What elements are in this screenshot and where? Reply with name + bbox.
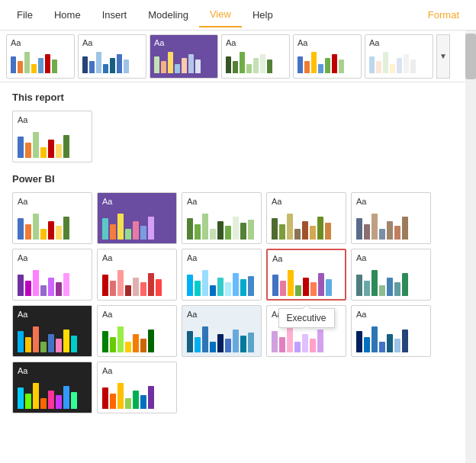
this-report-theme-1-bars [18,129,87,158]
menu-modeling[interactable]: Modeling [137,3,199,27]
toolbar-theme-1-label: Aa [11,38,70,47]
powerbi-theme-1-label: Aa [18,197,87,206]
menubar: File Home Insert Modeling View Help Form… [0,0,476,31]
toolbar-theme-3-bars [154,50,214,73]
menu-format[interactable]: Format [417,3,470,27]
powerbi-theme-8-bars [187,267,256,296]
powerbi-theme-11-bars [18,323,87,352]
powerbi-theme-8[interactable]: Aa [182,249,262,301]
powerbi-theme-5-label: Aa [356,197,426,206]
powerbi-theme-2[interactable]: Aa [97,192,177,244]
toolbar-theme-5[interactable]: Aa [293,34,362,79]
toolbar-theme-6[interactable]: Aa [365,34,433,79]
powerbi-theme-10-bars [356,267,426,296]
powerbi-theme-2-label: Aa [102,197,172,206]
powerbi-theme-13-label: Aa [187,310,256,319]
scrollbar-track[interactable] [465,31,476,463]
powerbi-theme-15-label: Aa [356,310,426,319]
powerbi-theme-17-label: Aa [102,366,172,375]
powerbi-theme-12-label: Aa [102,310,172,319]
menu-help[interactable]: Help [242,3,284,27]
toolbar-theme-6-bars [369,50,429,73]
menu-home[interactable]: Home [43,3,92,27]
toolbar-theme-5-label: Aa [298,38,357,47]
toolbar-theme-4-label: Aa [226,38,285,47]
executive-tooltip: Executive [278,308,334,328]
powerbi-theme-6[interactable]: Aa [12,249,92,301]
themes-chevron-button[interactable]: ▼ [436,34,450,79]
main-content: This report Aa Power BI Aa [0,82,476,463]
toolbar-theme-2-label: Aa [82,38,142,47]
powerbi-theme-1-bars [18,211,87,240]
powerbi-theme-executive-label: Aa [272,254,340,263]
powerbi-theme-4-label: Aa [272,197,341,206]
powerbi-theme-4[interactable]: Aa [266,192,346,244]
toolbar-theme-1-bars [11,50,70,73]
toolbar-theme-4[interactable]: Aa [221,34,290,79]
power-bi-grid: Aa Aa [12,192,464,413]
powerbi-theme-7-label: Aa [102,253,172,262]
powerbi-theme-17[interactable]: Aa [97,362,177,413]
this-report-theme-1[interactable]: Aa [12,111,92,162]
menu-file[interactable]: File [6,3,43,27]
powerbi-theme-5-bars [356,211,426,240]
powerbi-theme-3-label: Aa [187,197,256,206]
powerbi-theme-4-bars [272,211,341,240]
powerbi-theme-12[interactable]: Aa [97,305,177,357]
powerbi-theme-16-label: Aa [18,366,87,375]
toolbar-theme-4-bars [226,50,285,73]
powerbi-theme-executive[interactable]: Aa Executive [266,249,346,301]
toolbar-theme-2[interactable]: Aa [78,34,146,79]
powerbi-theme-3-bars [187,211,256,240]
toolbar-theme-6-label: Aa [369,38,429,47]
toolbar-theme-5-bars [298,50,357,73]
powerbi-theme-11-label: Aa [18,310,87,319]
scrollbar-thumb[interactable] [465,34,476,79]
powerbi-theme-17-bars [102,380,172,409]
powerbi-theme-15-bars [356,323,426,352]
powerbi-theme-16[interactable]: Aa [12,362,92,413]
menu-view[interactable]: View [199,2,242,27]
this-report-grid: Aa [12,111,464,162]
this-report-title: This report [12,92,464,103]
powerbi-theme-5[interactable]: Aa [351,192,431,244]
themes-toolbar: Aa Aa Aa [0,31,476,82]
powerbi-theme-2-bars [102,211,172,240]
powerbi-theme-13-bars [187,323,256,352]
powerbi-theme-10-label: Aa [356,253,426,262]
this-report-theme-1-label: Aa [18,115,87,124]
toolbar-theme-1[interactable]: Aa [6,34,75,79]
powerbi-theme-6-label: Aa [18,253,87,262]
powerbi-theme-7[interactable]: Aa [97,249,177,301]
menu-insert[interactable]: Insert [92,3,138,27]
powerbi-theme-13[interactable]: Aa [182,305,262,357]
powerbi-theme-6-bars [18,267,87,296]
toolbar-theme-2-bars [82,50,142,73]
powerbi-theme-1[interactable]: Aa [12,192,92,244]
powerbi-theme-3[interactable]: Aa [182,192,262,244]
toolbar-theme-3[interactable]: Aa [150,34,218,79]
powerbi-theme-8-label: Aa [187,253,256,262]
powerbi-theme-12-bars [102,323,172,352]
powerbi-theme-10[interactable]: Aa [351,249,431,301]
powerbi-theme-16-bars [18,380,87,409]
toolbar-theme-3-label: Aa [154,38,214,47]
powerbi-theme-11[interactable]: Aa [12,305,92,357]
powerbi-theme-7-bars [102,267,172,296]
power-bi-title: Power BI [12,173,464,185]
powerbi-theme-executive-bars [272,268,340,296]
powerbi-theme-15[interactable]: Aa [351,305,431,357]
